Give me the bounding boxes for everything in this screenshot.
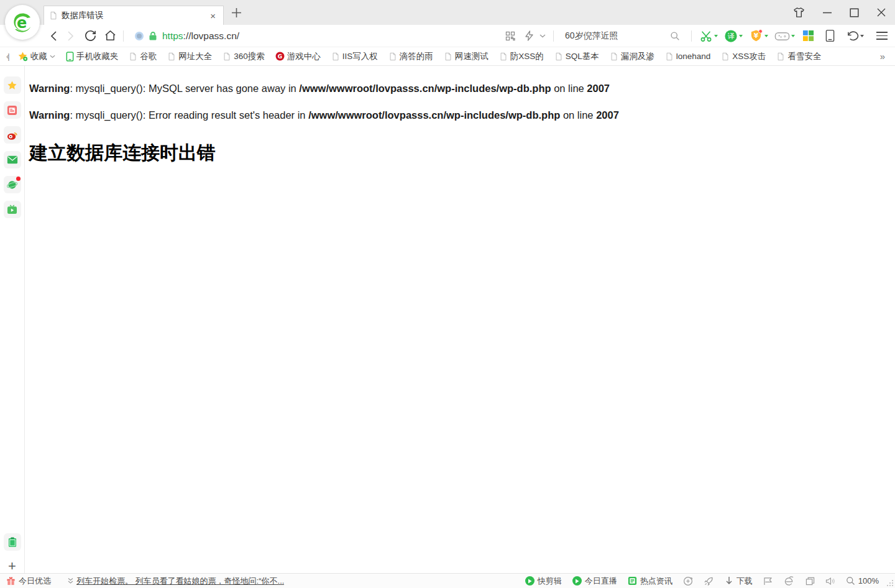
dropdown-arrow[interactable] bbox=[739, 35, 743, 37]
bookmark-360-search[interactable]: 360搜索 bbox=[223, 51, 265, 62]
reload-button[interactable] bbox=[82, 28, 98, 44]
url-text[interactable]: https://lovpass.cn/ bbox=[162, 30, 239, 42]
bookmark-game-center[interactable]: G 游戏中心 bbox=[275, 51, 321, 62]
forward-button[interactable] bbox=[62, 28, 78, 44]
star-plus-icon bbox=[17, 51, 28, 62]
search-box[interactable]: 60岁倪萍近照 bbox=[565, 30, 680, 42]
bookmark-vulnerability[interactable]: 漏洞及渗 bbox=[610, 51, 654, 62]
screenshot-scissors-button[interactable] bbox=[699, 29, 722, 43]
quick-clip-button[interactable]: 快剪辑 bbox=[525, 576, 562, 587]
page-icon bbox=[129, 52, 137, 61]
address-bar[interactable]: https://lovpass.cn/ bbox=[135, 30, 502, 42]
bookmark-lonehand[interactable]: lonehand bbox=[665, 52, 711, 61]
today-live-button[interactable]: 今日直播 bbox=[572, 576, 617, 587]
resize-grip[interactable] bbox=[886, 579, 894, 587]
search-input[interactable]: 60岁倪萍近照 bbox=[565, 30, 670, 42]
theme-skin-icon[interactable] bbox=[793, 7, 805, 18]
window-layout-icon bbox=[806, 577, 815, 586]
report-flag-button[interactable] bbox=[763, 577, 773, 586]
chevron-down-icon[interactable] bbox=[539, 34, 546, 38]
https-lock-icon[interactable] bbox=[148, 31, 158, 41]
translate-button[interactable]: 译 bbox=[724, 29, 746, 43]
zoom-magnifier-icon bbox=[846, 576, 855, 586]
dropdown-arrow[interactable] bbox=[714, 35, 718, 37]
zoom-level: 100% bbox=[858, 576, 879, 586]
sidebar-mail-button[interactable] bbox=[4, 151, 21, 168]
browser-logo-360[interactable]: e bbox=[5, 5, 40, 40]
sidebar-community-button[interactable] bbox=[4, 176, 21, 193]
game-g-icon: G bbox=[275, 52, 285, 61]
site-info-icon[interactable] bbox=[135, 32, 144, 40]
booster-rocket-button[interactable] bbox=[704, 576, 714, 586]
search-icon[interactable] bbox=[670, 31, 680, 41]
qrcode-icon[interactable] bbox=[502, 28, 518, 44]
dropdown-arrow[interactable] bbox=[791, 35, 795, 37]
status-bar-right: 快剪辑 今日直播 热点资讯 下载 bbox=[525, 576, 889, 587]
dropdown-arrow[interactable] bbox=[860, 35, 864, 37]
bookmark-kanxue-security[interactable]: 看雪安全 bbox=[776, 51, 821, 62]
svg-text:译: 译 bbox=[728, 32, 735, 40]
home-button[interactable] bbox=[102, 28, 118, 44]
expand-ticker-icon[interactable] bbox=[67, 577, 74, 584]
dropdown-arrow[interactable] bbox=[764, 35, 768, 37]
daily-picks-button[interactable]: 今日优选 bbox=[6, 576, 51, 587]
mute-speaker-button[interactable] bbox=[825, 577, 835, 586]
undo-recent-button[interactable] bbox=[846, 30, 868, 42]
sidebar-weibo-button[interactable] bbox=[4, 126, 21, 144]
game-center-button[interactable] bbox=[774, 30, 799, 42]
maximize-icon[interactable] bbox=[850, 8, 859, 17]
clipboard-icon bbox=[8, 537, 17, 548]
new-tab-button[interactable] bbox=[231, 7, 242, 21]
news-ticker-link[interactable]: 列车开始检票。 列车员看了看姑娘的票，奇怪地问:“你不... bbox=[76, 576, 284, 587]
svg-text:e: e bbox=[17, 14, 27, 32]
bookmarks-overflow-icon[interactable]: » bbox=[880, 51, 889, 62]
sidebar-news-button[interactable] bbox=[4, 101, 21, 119]
bookmark-anti-xss[interactable]: 防XSS的 bbox=[499, 51, 544, 62]
download-button[interactable]: 下载 bbox=[725, 576, 753, 587]
page-icon bbox=[444, 52, 452, 61]
bookmark-site-directory[interactable]: 网址大全 bbox=[167, 51, 212, 62]
tab-close-icon[interactable]: × bbox=[208, 10, 218, 22]
status-bar: 今日优选 列车开始检票。 列车员看了看姑娘的票，奇怪地问:“你不... 快剪辑 … bbox=[0, 573, 895, 588]
url-scheme: https bbox=[162, 30, 183, 41]
scheduled-refresh-button[interactable] bbox=[683, 576, 693, 586]
sidebar-clipboard-button[interactable] bbox=[4, 533, 21, 551]
zoom-control[interactable]: 100% bbox=[846, 576, 879, 586]
bookmark-iis[interactable]: IIS写入权 bbox=[331, 51, 378, 62]
svg-text:G: G bbox=[278, 53, 282, 60]
extensions-grid-button[interactable] bbox=[802, 30, 814, 42]
back-button[interactable] bbox=[46, 28, 62, 44]
bookmark-sql-basics[interactable]: SQL基本 bbox=[554, 51, 599, 62]
split-screen-button[interactable] bbox=[806, 577, 815, 586]
bookmark-mobile-favorites[interactable]: 手机收藏夹 bbox=[66, 51, 119, 62]
tv-play-icon bbox=[7, 204, 17, 214]
tab-database-error[interactable]: 数据库错误 × bbox=[44, 6, 224, 25]
hot-news-button[interactable]: 热点资讯 bbox=[628, 576, 672, 587]
sidebar-video-button[interactable] bbox=[4, 201, 21, 218]
minimize-icon[interactable] bbox=[822, 7, 832, 17]
bookmark-google[interactable]: 谷歌 bbox=[129, 51, 157, 62]
sidebar-add-button[interactable]: + bbox=[8, 559, 16, 573]
accelerator-bolt-icon[interactable] bbox=[521, 28, 537, 44]
page-icon bbox=[331, 52, 340, 61]
main-menu-button[interactable] bbox=[876, 32, 888, 40]
bookmark-xss-attack[interactable]: XSS攻击 bbox=[721, 51, 766, 62]
bookmark-favorites[interactable]: 收藏 bbox=[17, 51, 55, 62]
collapse-bookmarks-icon[interactable]: ‹| bbox=[6, 52, 9, 61]
news-icon bbox=[7, 105, 17, 116]
money-shield-button[interactable]: ¥ bbox=[749, 29, 772, 43]
ie-compat-button[interactable] bbox=[784, 576, 795, 586]
browser-window: e 数据库错误 × bbox=[0, 0, 895, 588]
close-window-icon[interactable] bbox=[876, 7, 886, 17]
quick-clip-icon bbox=[525, 576, 535, 586]
weibo-icon bbox=[7, 130, 18, 140]
bookmark-didadeyu[interactable]: 滴答的雨 bbox=[388, 51, 433, 62]
mobile-sync-button[interactable] bbox=[825, 29, 835, 42]
today-live-icon bbox=[572, 576, 582, 586]
sidebar-favorites-button[interactable] bbox=[4, 76, 21, 94]
timer-refresh-icon bbox=[683, 576, 693, 586]
tab-title: 数据库错误 bbox=[62, 10, 208, 21]
speaker-icon bbox=[825, 577, 835, 586]
nav-toolbar-right: 60岁倪萍近照 译 ¥ bbox=[502, 28, 888, 44]
bookmark-speedtest[interactable]: 网速测试 bbox=[444, 51, 489, 62]
